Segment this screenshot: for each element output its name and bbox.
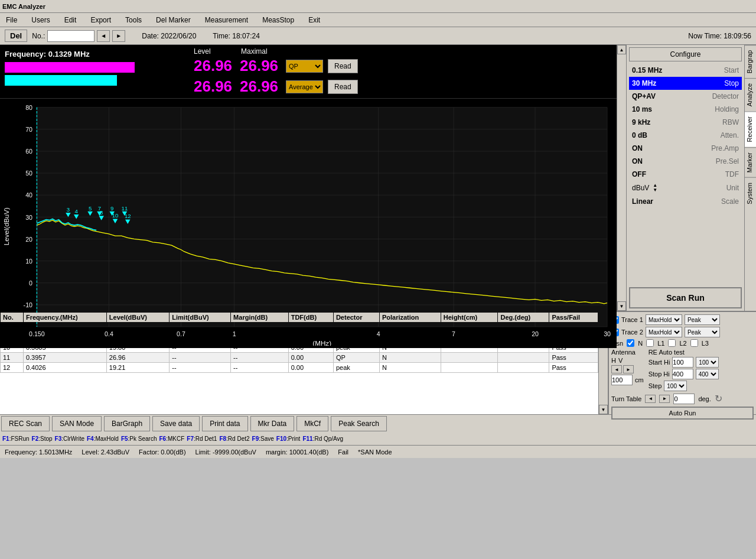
menu-measurement[interactable]: Measurement xyxy=(201,15,252,25)
unit-arrows: ▲ ▼ xyxy=(653,183,657,193)
menu-measstop[interactable]: MeasStop xyxy=(259,15,298,25)
trace2-det-select[interactable]: PeakQPAverage xyxy=(685,327,720,337)
mkr-data-button[interactable]: Mkr Data xyxy=(250,416,295,431)
fkey-f1[interactable]: F1:FSRun xyxy=(2,436,30,442)
next-button[interactable]: ► xyxy=(112,30,125,42)
lisn-l1-checkbox[interactable] xyxy=(646,339,654,347)
preamp-value: ON xyxy=(632,144,643,152)
fkey-f11[interactable]: F11:Rd Qp/Avg xyxy=(302,436,343,442)
mkcf-button[interactable]: MkCf xyxy=(296,416,328,431)
auto-run-button[interactable]: Auto Run xyxy=(611,407,754,420)
scroll-down[interactable]: ▼ xyxy=(617,301,626,311)
menu-del-marker[interactable]: Del Marker xyxy=(152,15,194,25)
vtab-receiver[interactable]: Receiver xyxy=(745,111,756,147)
antenna-cm-input[interactable] xyxy=(611,375,633,385)
svg-text:0.7: 0.7 xyxy=(177,330,185,337)
stop-hi-select[interactable]: 400200300 xyxy=(696,369,719,379)
trace1-det-select[interactable]: PeakQPAverage xyxy=(685,314,720,325)
turn-icon: ↻ xyxy=(715,393,722,404)
col-margin: Margin(dB) xyxy=(231,313,289,323)
trace2-mode-select[interactable]: MaxHoldClearAverage xyxy=(646,327,682,337)
lisn-l3-checkbox[interactable] xyxy=(690,339,698,347)
scan-run-button[interactable]: Scan Run xyxy=(629,287,742,308)
table-row: 120.402619.21----0.00peakNPass xyxy=(1,363,598,373)
stop-hi-input[interactable] xyxy=(672,369,693,379)
print-data-button[interactable]: Print data xyxy=(202,416,247,431)
menu-users[interactable]: Users xyxy=(28,15,53,25)
vtab-analyze[interactable]: Analyze xyxy=(745,78,756,111)
bargraph-button[interactable]: BarGraph xyxy=(104,416,150,431)
trace1-mode-select[interactable]: MaxHoldClearAverage xyxy=(646,314,682,325)
antenna-right[interactable]: ► xyxy=(623,365,634,373)
configure-button[interactable]: Configure xyxy=(629,47,742,61)
start-hi-input[interactable] xyxy=(672,357,693,368)
y-axis-label: Level(dBuV) xyxy=(2,207,10,245)
title-bar-text: EMC Analyzer xyxy=(2,3,45,10)
del-button[interactable]: Del xyxy=(5,30,27,42)
fkey-f3[interactable]: F3:ClrWrite xyxy=(55,436,84,442)
status-level: Level: 2.43dBuV xyxy=(82,448,129,456)
turn-deg-input[interactable] xyxy=(673,394,695,404)
lisn-l3-label: L3 xyxy=(702,340,709,347)
vtab-marker[interactable]: Marker xyxy=(745,147,756,177)
fkey-f7[interactable]: F7:Rd Det1 xyxy=(187,436,217,442)
unit-value: dBuV xyxy=(632,184,649,192)
menu-edit[interactable]: Edit xyxy=(61,15,80,25)
lisn-l2-checkbox[interactable] xyxy=(668,339,676,347)
detector-value: QP+AV xyxy=(632,92,656,100)
left-panel: Frequency: 0.1329 MHz Level Maximal 26.9… xyxy=(0,45,617,311)
tdf-value: OFF xyxy=(632,170,646,178)
menu-file[interactable]: File xyxy=(2,15,21,25)
fkey-f9[interactable]: F9:Save xyxy=(252,436,274,442)
svg-text:3: 3 xyxy=(67,206,70,213)
start-hi-select[interactable]: 100200300 xyxy=(696,357,719,368)
turn-right-btn[interactable]: ► xyxy=(659,395,670,403)
menu-exit[interactable]: Exit xyxy=(305,15,324,25)
rbw-label: RBW xyxy=(722,118,739,126)
turn-left-btn[interactable]: ◄ xyxy=(645,395,656,403)
fkey-f6[interactable]: F6:MKCF xyxy=(159,436,185,442)
fkey-f10[interactable]: F10:Print xyxy=(276,436,301,442)
san-mode-button[interactable]: SAN Mode xyxy=(52,416,102,431)
fkey-f4[interactable]: F4:MaxHold xyxy=(87,436,119,442)
fkey-f2[interactable]: F2:Stop xyxy=(32,436,53,442)
peak-search-button[interactable]: Peak Search xyxy=(331,416,387,431)
fkey-f5[interactable]: F5:Pk Search xyxy=(121,436,157,442)
step-select[interactable]: 1005025 xyxy=(664,381,687,391)
vtab-bargrap[interactable]: Bargrap xyxy=(745,45,756,78)
lisn-n-checkbox[interactable] xyxy=(627,339,634,347)
unit-down-arrow[interactable]: ▼ xyxy=(653,188,657,193)
fkey-f8[interactable]: F8:Rd Det2 xyxy=(219,436,249,442)
scroll-up[interactable]: ▲ xyxy=(617,45,626,54)
status-bar: Frequency: 1.5013MHz Level: 2.43dBuV Fac… xyxy=(0,445,756,458)
prev-button[interactable]: ◄ xyxy=(97,30,110,42)
svg-text:0: 0 xyxy=(29,280,32,287)
svg-text:4: 4 xyxy=(377,330,380,337)
qp-detector-select[interactable]: QP Peak Average xyxy=(286,60,323,73)
qp-level-value: 26.96 xyxy=(194,57,235,75)
save-data-button[interactable]: Save data xyxy=(152,416,200,431)
read-button-2[interactable]: Read xyxy=(328,80,358,94)
chart-scrollbar[interactable]: ▲ ▼ xyxy=(617,45,626,311)
table-scroll-down[interactable]: ▼ xyxy=(599,405,608,414)
scale-label: Scale xyxy=(721,197,739,206)
date-label: Date: 2022/06/20 xyxy=(142,32,196,40)
right-sidebar: Configure 0.15 MHz Start 30 MHz Stop QP+… xyxy=(626,45,744,311)
read-button-1[interactable]: Read xyxy=(328,59,358,73)
avg-maximal-value: 26.96 xyxy=(240,77,281,96)
no-input[interactable] xyxy=(47,30,94,42)
avg-level-value: 26.96 xyxy=(194,77,235,96)
scale-value: Linear xyxy=(632,197,653,206)
antenna-left[interactable]: ◄ xyxy=(611,365,622,373)
cm-row: cm xyxy=(611,375,644,385)
menu-export[interactable]: Export xyxy=(87,15,115,25)
col-deg: Deg.(deg) xyxy=(498,313,549,323)
no-label: No.: xyxy=(32,32,45,40)
rec-scan-button[interactable]: REC Scan xyxy=(1,416,50,431)
stop-freq-label: Stop xyxy=(724,79,739,87)
unit-row: dBuV ▲ ▼ Unit xyxy=(629,181,742,195)
menu-tools[interactable]: Tools xyxy=(122,15,145,25)
vtab-system[interactable]: System xyxy=(745,177,756,209)
avg-detector-select[interactable]: Average QP Peak xyxy=(286,80,323,93)
svg-text:8: 8 xyxy=(100,209,103,216)
